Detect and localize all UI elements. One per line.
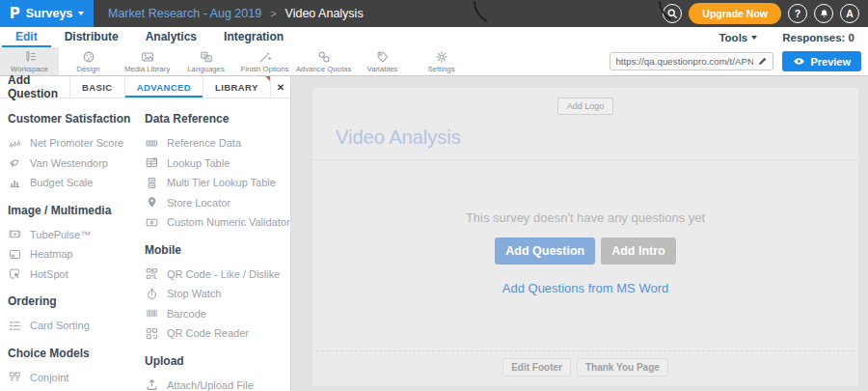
add-questions-ms-word-link[interactable]: Add Questions from MS Word <box>502 281 668 295</box>
menu-item-integration[interactable]: Integration <box>210 27 297 47</box>
toolbar-item-finish-options[interactable]: Finish Options <box>235 47 294 75</box>
toolbar-item-advance-quotas[interactable]: Advance Quotas <box>294 47 353 75</box>
tab-advanced[interactable]: ADVANCED <box>124 76 203 98</box>
question-type-store-locator[interactable]: Store Locator <box>145 193 290 213</box>
toolbar-right: https://qa.questionpro.com/t/APNrFZf3p P… <box>610 47 868 75</box>
page-footer: Edit Footer Thank You Page <box>312 350 858 386</box>
menu-item-distribute[interactable]: Distribute <box>51 27 132 47</box>
notification-corner-badge <box>265 76 270 81</box>
question-type-label: Van Westendorp <box>30 157 108 169</box>
add-question-panel: Add Question BASICADVANCEDLIBRARY ✕ Cust… <box>0 76 291 391</box>
breadcrumb: Market Research - Aug 2019 > Video Analy… <box>108 7 364 20</box>
custom-numeric-validator-icon <box>145 215 159 230</box>
toolbar-item-workspace[interactable]: Workspace <box>0 47 59 75</box>
question-type-label: Multi Tier Lookup Table <box>167 177 276 188</box>
toolbar-item-label: Workspace <box>11 65 48 73</box>
tubepulse-icon <box>8 227 22 241</box>
question-type-card-sorting[interactable]: Card Sorting <box>8 316 145 336</box>
question-type-label: Stop Watch <box>167 288 221 299</box>
question-type-stop-watch[interactable]: Stop Watch <box>145 284 290 304</box>
notifications-bell-icon[interactable] <box>814 4 833 23</box>
survey-page: Add Logo Video Analysis This survey does… <box>312 88 858 386</box>
question-type-lookup-table[interactable]: Lookup Table <box>145 154 290 174</box>
card-sorting-icon <box>8 319 22 333</box>
thank-you-page-button[interactable]: Thank You Page <box>577 358 668 377</box>
question-type-label: Store Locator <box>167 197 231 209</box>
panel-column-2: Data ReferenceReference DataLookup Table… <box>145 106 290 391</box>
question-type-label: Custom Numeric Validator <box>167 216 290 228</box>
search-icon[interactable] <box>663 4 682 23</box>
toolbar-item-settings[interactable]: Settings <box>412 47 471 75</box>
add-logo-button[interactable]: Add Logo <box>557 98 614 115</box>
question-type-label: Conjoint <box>30 372 68 383</box>
panel-tabs: BASICADVANCEDLIBRARY <box>69 76 270 98</box>
question-type-net-promoter-score[interactable]: Net Promoter Score <box>8 133 145 154</box>
menu-item-analytics[interactable]: Analytics <box>132 27 210 47</box>
question-type-label: Card Sorting <box>30 320 90 331</box>
question-type-barcode[interactable]: Barcode <box>145 304 290 324</box>
section-header: Upload <box>145 354 290 368</box>
design-icon <box>81 49 95 64</box>
svg-text:文: 文 <box>202 52 206 57</box>
product-switcher[interactable]: P Surveys <box>0 0 94 27</box>
advance-quotas-icon <box>316 49 331 64</box>
question-type-qr-code-reader[interactable]: QR Code Reader <box>145 323 290 344</box>
hotspot-icon <box>8 266 22 281</box>
tools-menu[interactable]: Tools <box>719 32 757 43</box>
tools-label: Tools <box>719 32 747 43</box>
question-type-label: Heatmap <box>30 248 73 260</box>
section-mobile: MobileQR Code - Like / DislikeStop Watch… <box>145 243 290 344</box>
edit-footer-button[interactable]: Edit Footer <box>502 358 571 377</box>
section-upload: UploadAttach/Upload FileSignature <box>145 354 290 391</box>
question-type-reference-data[interactable]: Reference Data <box>145 133 290 154</box>
variables-icon <box>375 49 390 64</box>
avatar[interactable]: A <box>840 4 859 23</box>
survey-title[interactable]: Video Analysis <box>336 126 858 149</box>
finish-options-icon <box>258 49 272 64</box>
question-type-van-westendorp[interactable]: Van Westendorp <box>8 154 145 174</box>
question-type-attach-upload-file[interactable]: Attach/Upload File <box>145 376 290 391</box>
tab-library[interactable]: LIBRARY <box>203 76 270 98</box>
responses-count[interactable]: Responses: 0 <box>782 32 854 43</box>
reference-data-icon <box>145 136 159 151</box>
upgrade-now-button[interactable]: Upgrade Now <box>689 3 781 24</box>
question-type-custom-numeric-validator[interactable]: Custom Numeric Validator <box>145 212 290 233</box>
question-type-label: Barcode <box>167 308 206 320</box>
question-type-tubepulse[interactable]: TubePulse™ <box>8 225 145 245</box>
edit-url-pencil-icon[interactable] <box>757 53 768 70</box>
question-type-heatmap[interactable]: Heatmap <box>8 244 145 265</box>
add-question-button[interactable]: Add Question <box>495 237 595 265</box>
question-type-qr-code-like-dislike[interactable]: QR Code - Like / Dislike <box>145 265 290 285</box>
toolbar-item-variables[interactable]: Variables <box>353 47 412 75</box>
question-type-budget-scale[interactable]: Budget Scale <box>8 173 145 193</box>
toolbar-item-label: Media Library <box>124 65 170 73</box>
menu-item-edit[interactable]: Edit <box>2 27 51 47</box>
add-intro-button[interactable]: Add Intro <box>601 237 676 265</box>
panel-title: Add Question <box>0 76 69 98</box>
product-switcher-label: Surveys <box>26 7 73 20</box>
question-type-multi-tier-lookup-table[interactable]: Multi Tier Lookup Table <box>145 173 290 193</box>
close-icon[interactable]: ✕ <box>270 76 290 98</box>
section-ordering: OrderingCard Sorting <box>8 294 145 336</box>
tab-basic[interactable]: BASIC <box>69 76 124 98</box>
panel-column-1: Customer SatisfactionNet Promoter ScoreV… <box>8 106 145 391</box>
preview-button[interactable]: Preview <box>782 51 861 71</box>
breadcrumb-separator-icon: > <box>270 8 276 19</box>
content-area: Add Question BASICADVANCEDLIBRARY ✕ Cust… <box>0 76 868 391</box>
net-promoter-score-icon <box>8 136 22 151</box>
survey-url-field[interactable]: https://qa.questionpro.com/t/APNrFZf3p <box>610 52 773 70</box>
toolbar-item-languages[interactable]: 文ALanguages <box>176 47 235 75</box>
languages-icon: 文A <box>199 49 213 64</box>
question-type-conjoint[interactable]: Conjoint <box>8 368 145 388</box>
help-icon[interactable]: ? <box>788 4 807 23</box>
question-type-label: QR Code - Like / Dislike <box>167 268 280 280</box>
toolbar-item-media-library[interactable]: Media Library <box>118 47 176 75</box>
question-type-max-diff[interactable]: Max-Diff <box>8 387 145 391</box>
budget-scale-icon <box>8 176 22 190</box>
multi-tier-lookup-table-icon <box>145 176 159 190</box>
breadcrumb-folder[interactable]: Market Research - Aug 2019 <box>108 7 261 20</box>
question-type-hotspot[interactable]: HotSpot <box>8 265 145 285</box>
toolbar-item-design[interactable]: Design <box>59 47 118 75</box>
section-header: Data Reference <box>145 112 290 126</box>
empty-actions: Add Question Add Intro <box>312 237 858 265</box>
